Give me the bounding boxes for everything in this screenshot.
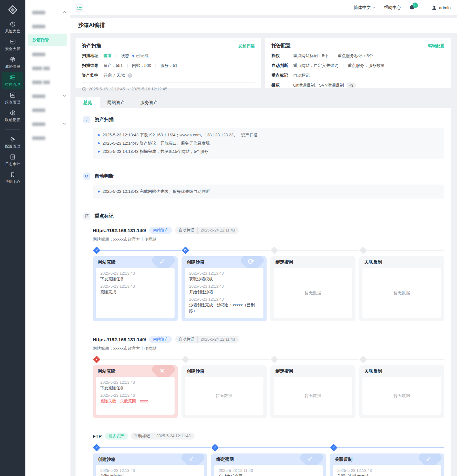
sidebar-item-label: 蜜网管理 <box>5 82 20 87</box>
log-document-icon <box>10 154 16 160</box>
notification-count-badge: 8 <box>413 3 418 8</box>
linkage-icon <box>10 110 16 116</box>
bar-chart-icon <box>10 92 16 98</box>
asset-type-tag: 网站资产 <box>149 227 172 234</box>
section-title: 重点标记 <box>95 213 114 219</box>
submenu-group[interactable]: ▆▆▆▆ <box>25 5 70 19</box>
step-name: 绑定蜜网 <box>211 453 326 465</box>
field-label: 授权 <box>272 53 293 59</box>
clock-icon <box>82 87 86 91</box>
step-success-diamond: ✓ <box>93 246 100 254</box>
bullet-dot <box>98 142 100 144</box>
submenu-item[interactable]: ▆▆▆▆ <box>25 19 70 33</box>
tab-overview[interactable]: 总览 <box>76 97 100 108</box>
mark-time: 2025-5-24 12:11:43 <box>153 434 194 438</box>
submenu-group[interactable]: ▆▆▆▆ <box>25 117 70 131</box>
sidebar-item-help-center[interactable]: 帮助中心 <box>2 169 23 187</box>
asset-scan-card: 资产扫描 发起扫描 扫描地址 查看 状态 已完成 扫描结果 资产：551 网站：… <box>76 38 261 88</box>
start-scan-button[interactable]: 发起扫描 <box>238 43 255 49</box>
mark-time: 2025-5-24 12:11:43 <box>198 228 239 232</box>
config-value: 重点服务标记：5个 <box>338 53 373 59</box>
sidebar-item-reports[interactable]: 报表管理 <box>2 90 23 107</box>
step-running-diamond: ⟳ <box>182 246 189 254</box>
step-name: 创建沙箱 <box>182 256 267 268</box>
sidebar-item-honeynet[interactable]: 蜜网管理 <box>2 72 23 89</box>
step-website-clone: × × 网站克隆 2025-5-23 12:13:43下发克隆任务 2025-5… <box>93 356 178 418</box>
submenu-label-blurred: ▆▆▆▆ <box>32 108 45 112</box>
collapse-menu-icon <box>77 5 82 10</box>
sidebar-item-label: 联动配置 <box>5 118 20 122</box>
language-selector[interactable]: 简体中文 <box>354 5 375 10</box>
submenu-label-blurred: ▆▆▆ ▆▆ <box>32 80 50 84</box>
sidebar-item-linkage-config[interactable]: 联动配置 <box>2 108 23 125</box>
step-create-sandbox: ⟳ ⟳ 创建沙箱 2025-5-23 12:13:43获取沙箱模板 2025-5… <box>182 247 267 321</box>
sidebar-item-audit-log[interactable]: 日志审计 <box>2 152 23 169</box>
chevron-up-icon <box>63 11 66 13</box>
collapse-sidebar-button[interactable] <box>75 3 83 12</box>
page-title-bar: 沙箱AI编排 <box>70 18 457 33</box>
mark-pill: 手动标记 2025-5-24 12:11:43 <box>131 433 194 440</box>
help-center-link[interactable]: 帮助中心 <box>384 5 401 10</box>
step-pending-diamond <box>270 355 278 363</box>
notification-bell[interactable]: 8 <box>409 5 415 11</box>
step-success-diamond: ✓ <box>330 444 337 451</box>
site-count: 网站：500 <box>132 63 151 68</box>
step-create-sandbox: ✓ ✓ 创建沙箱 2025-5-23 12:13:43获取沙箱模板 2025-5… <box>93 444 207 476</box>
more-count-badge[interactable]: +3 <box>347 82 356 88</box>
empty-placeholder: 暂无数据 <box>274 268 352 318</box>
log-row: 2025-5-23 14:13:43 扫描完成，共发现15个网站，5个服务 <box>98 147 439 156</box>
secondary-sidebar: ▆▆▆▆ ▆▆▆▆ 沙箱托管 ▆▆▆▆ ▆▆▆ ▆▆ ▆▆▆ ▆▆ ▆▆▆▆ ▆… <box>25 0 70 476</box>
submenu-label-blurred: ▆▆▆ ▆▆ <box>32 66 50 70</box>
step-counter-link: 关联反制 暂无数据 <box>359 356 444 418</box>
field-label: 资产监控 <box>82 73 103 78</box>
sidebar-item-label: 日志审计 <box>5 162 20 166</box>
tab-website-assets[interactable]: 网站资产 <box>100 97 133 108</box>
submenu-item[interactable]: ▆▆▆ ▆▆ <box>25 61 70 75</box>
section-title: 自动判断 <box>95 173 114 179</box>
edit-config-button[interactable]: 编辑配置 <box>428 43 444 49</box>
tab-bar: 总览 网站资产 服务资产 <box>76 97 451 108</box>
sidebar-item-label: 威胁情报 <box>5 64 20 69</box>
sidebar-divider <box>5 129 20 130</box>
divider <box>343 64 343 68</box>
entry-title: Https://192.168.131.140/ <box>93 228 146 233</box>
user-menu[interactable]: admin <box>432 5 451 10</box>
submenu-item-sandbox-hosting[interactable]: 沙箱托管 <box>28 34 67 46</box>
sidebar-item-settings[interactable]: 配置管理 <box>2 134 23 151</box>
radar-icon <box>10 56 16 63</box>
sidebar-item-security-screen[interactable]: 安全大屏 <box>2 36 23 54</box>
step-create-sandbox: 创建沙箱 暂无数据 <box>182 356 267 418</box>
view-address-link[interactable]: 查看 <box>103 53 112 59</box>
submenu-item[interactable]: ▆▆▆▆ <box>25 131 70 145</box>
submenu-group[interactable]: ▆▆▆▆ <box>25 89 70 103</box>
sidebar-item-threat-intel[interactable]: 威胁情报 <box>2 54 23 72</box>
submenu-label-blurred: ▆▆▆▆ <box>32 24 45 28</box>
marked-asset-entry: FTP 服务资产 手动标记 2025-5-24 12:11:43 ✓ ✓ <box>93 433 444 476</box>
section-auto-judge: ⟳ 自动判断 2025-5-23 12:13:43 完成网站优先级、服务优先级自… <box>83 173 444 199</box>
sidebar-item-risk-dashboard[interactable]: 风险大盘 <box>2 19 23 36</box>
card-title: 资产扫描 <box>82 43 101 49</box>
tab-service-assets[interactable]: 服务资产 <box>133 97 166 108</box>
step-success-diamond: ✓ <box>211 444 219 451</box>
empty-placeholder: 暂无数据 <box>185 377 263 415</box>
bullet-dot <box>98 134 100 136</box>
section-asset-scan: ✓ 资产扫描 2025-5-23 12:13:43 下发192.168.1.1/… <box>83 116 444 159</box>
submenu-label: 沙箱托管 <box>32 37 49 43</box>
step-name: 创建沙箱 <box>93 453 207 465</box>
scan-time-range: 2025-5-15 12:12:45 ～ 2025-5-16 12:12:45 <box>89 86 167 92</box>
sidebar-item-label: 配置管理 <box>5 144 20 149</box>
submenu-item[interactable]: ▆▆▆▆ <box>25 103 70 117</box>
mark-time: 2025-5-24 12:11:43 <box>198 337 239 342</box>
step-failed-diamond: × <box>93 355 100 363</box>
empty-placeholder: 暂无数据 <box>274 377 352 415</box>
help-question-icon[interactable]: ? <box>128 73 132 78</box>
error-text: 克隆失败，失败原因：xxxx <box>100 398 170 404</box>
submenu-item[interactable]: ▆▆▆ ▆▆ <box>25 75 70 89</box>
submenu-item[interactable]: ▆▆▆▆ <box>25 47 70 61</box>
step-name: 网站克隆 <box>93 365 178 377</box>
language-label: 简体中文 <box>354 5 371 10</box>
log-row: 2025-5-23 12:13:43 完成网站优先级、服务优先级自动判断 <box>98 187 439 196</box>
config-value: 自动标记 <box>293 73 310 78</box>
user-avatar-icon <box>432 5 437 10</box>
asset-count: 资产：551 <box>103 63 123 68</box>
